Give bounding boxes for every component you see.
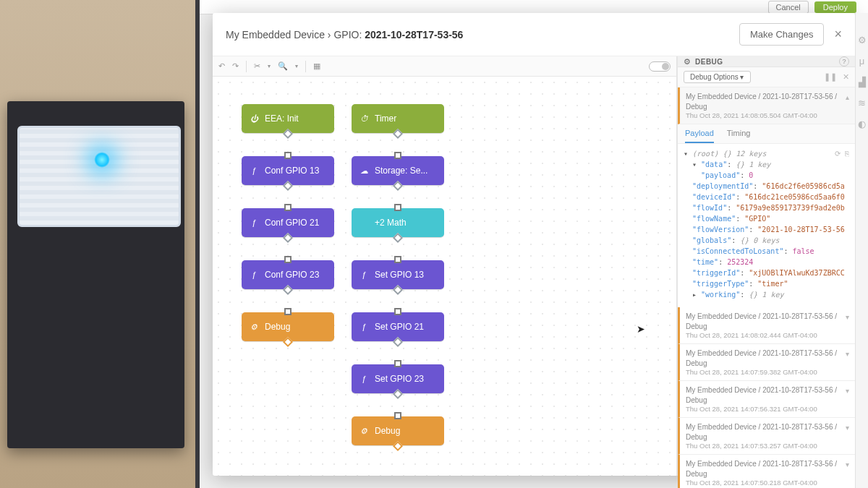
node-icon: ƒ [249, 218, 259, 228]
debug-entry[interactable]: My Embedded Device / 2021-10-28T17-53-56… [678, 87, 855, 124]
flow-node[interactable]: ƒConf GPIO 13 [242, 156, 334, 185]
node-label: Conf GPIO 23 [265, 270, 319, 280]
tab-payload[interactable]: Payload [685, 129, 714, 143]
node-icon: ƒ [249, 166, 259, 176]
flow-canvas[interactable]: ⏻EEA: InitƒConf GPIO 13ƒConf GPIO 21ƒCon… [213, 77, 676, 476]
flow-node[interactable]: ƒSet GPIO 21 [352, 312, 444, 341]
debug-entry[interactable]: My Embedded Device / 2021-10-28T17-53-56… [678, 455, 855, 488]
node-label: Set GPIO 21 [375, 322, 424, 332]
rail-globe-icon[interactable]: ◐ [858, 119, 866, 129]
lit-led [94, 152, 110, 168]
payload-tree[interactable]: ▾ (root) {} 12 keys⟳ ⎘▾ "data": {} 1 key… [678, 144, 855, 307]
debug-tabs: PayloadTiming [678, 124, 855, 144]
chevron-icon: ▾ [846, 350, 849, 358]
make-changes-button[interactable]: Make Changes [739, 23, 824, 46]
chevron-icon: ▴ [846, 93, 849, 101]
debug-options-button[interactable]: Debug Options ▾ [684, 71, 751, 83]
live-toggle[interactable] [649, 61, 671, 72]
canvas-toolbar: ↶ ↷ ✂▾ 🔍▾ ▦ [213, 56, 676, 77]
hardware-photo [0, 0, 195, 488]
node-label: Conf GPIO 21 [265, 218, 319, 228]
node-label: EEA: Init [265, 114, 299, 124]
node-icon: ƒ [359, 322, 369, 332]
node-label: Timer [375, 114, 396, 124]
flow-node[interactable]: ☁Storage: Se... [352, 156, 444, 185]
close-icon[interactable]: × [834, 27, 842, 42]
cancel-button[interactable]: Cancel [768, 1, 809, 14]
node-label: Set GPIO 23 [375, 374, 424, 384]
node-icon: ƒ [359, 374, 369, 384]
clear-icon[interactable]: ✕ [843, 72, 849, 82]
breadcrumb-version: 2021-10-28T17-53-56 [365, 29, 463, 40]
flow-node[interactable]: ⚙Debug [242, 312, 334, 341]
flow-node[interactable]: ƒSet GPIO 23 [352, 364, 444, 393]
chevron-icon: ▾ [846, 424, 849, 432]
grid-icon[interactable]: ▦ [313, 61, 320, 71]
flow-node[interactable]: ⚙Debug [352, 416, 444, 445]
debug-entry[interactable]: My Embedded Device / 2021-10-28T17-53-56… [678, 418, 855, 455]
flow-node[interactable]: ⏻EEA: Init [242, 104, 334, 133]
node-label: Debug [265, 322, 290, 332]
chevron-icon: ▾ [846, 387, 849, 395]
gear-icon[interactable]: ⚙ [684, 57, 691, 67]
redo-icon[interactable]: ↷ [232, 61, 239, 71]
rail-db-icon[interactable]: ≋ [858, 98, 866, 108]
node-icon: ƒ [249, 270, 259, 280]
breadcrumb-device: My Embedded Device [226, 29, 325, 40]
node-icon: ƒ [359, 270, 369, 280]
breadcrumb-section: GPIO: [333, 29, 365, 40]
breadcrumb: My Embedded Device › GPIO: 2021-10-28T17… [226, 29, 463, 40]
chevron-icon: ▾ [846, 313, 849, 321]
app-top-bar: Cancel Deploy [200, 0, 868, 14]
node-label: Storage: Se... [375, 166, 427, 176]
modal-header: My Embedded Device › GPIO: 2021-10-28T17… [213, 13, 855, 56]
node-icon: ⏱ [359, 114, 369, 124]
cut-icon[interactable]: ✂ [254, 61, 260, 71]
help-icon[interactable]: ? [839, 56, 849, 67]
pause-icon[interactable]: ❚❚ [824, 72, 837, 82]
debug-entry[interactable]: My Embedded Device / 2021-10-28T17-53-56… [678, 307, 855, 344]
node-label: Conf GPIO 13 [265, 166, 319, 176]
debug-panel: ⚙ DEBUG ? Debug Options ▾ ❚❚ ✕ My Embedd… [677, 56, 855, 476]
debug-title: DEBUG [695, 58, 723, 66]
tab-timing[interactable]: Timing [727, 129, 751, 143]
node-label: Set GPIO 13 [375, 270, 424, 280]
flow-node[interactable]: ƒConf GPIO 23 [242, 260, 334, 289]
zoom-icon[interactable]: 🔍 [278, 61, 288, 71]
debug-entry[interactable]: My Embedded Device / 2021-10-28T17-53-56… [678, 344, 855, 381]
node-label: Debug [375, 426, 400, 436]
debug-entry[interactable]: My Embedded Device / 2021-10-28T17-53-56… [678, 381, 855, 418]
right-rail: ⚙ μ ▟ ≋ ◐ [855, 13, 868, 488]
debug-entries: My Embedded Device / 2021-10-28T17-53-56… [678, 87, 855, 488]
workflow-modal: My Embedded Device › GPIO: 2021-10-28T17… [213, 13, 855, 476]
flow-node[interactable]: ƒConf GPIO 21 [242, 208, 334, 237]
flow-node[interactable]: +2 Math [352, 208, 444, 237]
deploy-button[interactable]: Deploy [814, 1, 856, 13]
rail-chart-icon[interactable]: ▟ [859, 77, 866, 87]
undo-icon[interactable]: ↶ [218, 61, 225, 71]
rail-settings-icon[interactable]: ⚙ [858, 35, 867, 46]
mouse-cursor: ➤ [637, 323, 645, 335]
node-icon: ⚙ [359, 426, 369, 436]
node-icon: ⚙ [249, 322, 259, 332]
node-icon [359, 218, 369, 228]
flow-node[interactable]: ƒSet GPIO 13 [352, 260, 444, 289]
breadboard [17, 126, 181, 227]
flow-node[interactable]: ⏱Timer [352, 104, 444, 133]
node-icon: ☁ [359, 166, 369, 176]
rail-mu-icon[interactable]: μ [859, 56, 865, 67]
chevron-icon: ▾ [846, 461, 849, 468]
node-label: +2 Math [375, 218, 407, 228]
node-icon: ⏻ [249, 114, 259, 124]
